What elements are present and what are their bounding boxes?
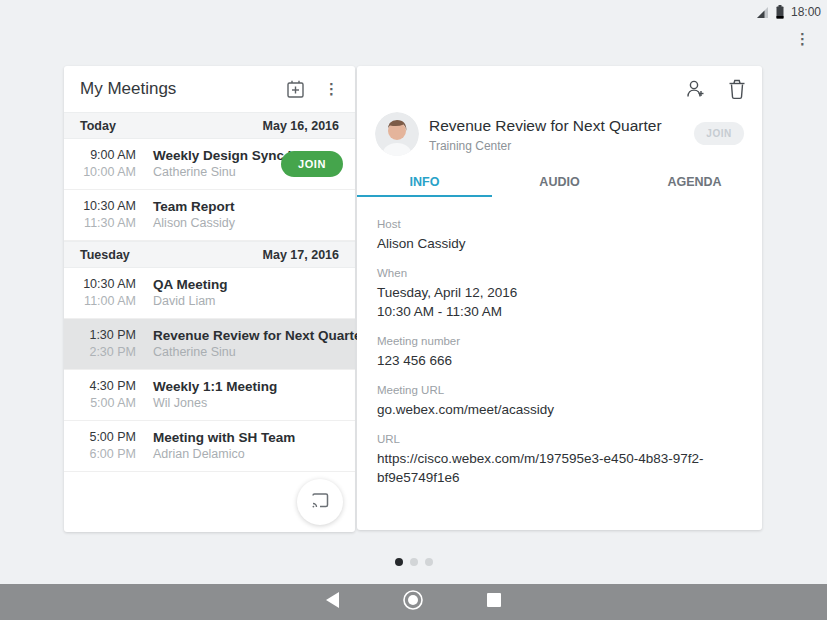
meeting-end-time: 11:00 AM: [80, 293, 136, 310]
meeting-start-time: 10:30 AM: [80, 276, 136, 293]
page-dot: [425, 558, 433, 566]
meeting-list-item[interactable]: 9:00 AM 10:00 AM Weekly Design Sync Up C…: [64, 139, 355, 190]
section-day: Tuesday: [80, 248, 263, 262]
tab-info[interactable]: INFO: [357, 170, 492, 197]
page-dot-active: [395, 558, 403, 566]
meeting-detail-panel: Revenue Review for Next Quarter Training…: [357, 66, 762, 530]
signal-icon: [756, 6, 769, 19]
field-value: go.webex.com/meet/acassidy: [377, 400, 707, 419]
field-label: Meeting URL: [377, 384, 707, 396]
meeting-list-item[interactable]: 10:30 AM 11:30 AM Team Report Alison Cas…: [64, 190, 355, 241]
meeting-presenter: Alison Cassidy: [153, 215, 343, 232]
section-day: Today: [80, 119, 263, 133]
field-value: Alison Cassidy: [377, 234, 707, 253]
field-value: Tuesday, April 12, 2016: [377, 283, 707, 302]
meeting-start-time: 1:30 PM: [80, 327, 136, 344]
my-meetings-header: My Meetings ⋮: [64, 66, 355, 112]
detail-meeting-subtitle: Training Center: [429, 139, 511, 153]
meeting-end-time: 2:30 PM: [80, 344, 136, 361]
field-host: Host Alison Cassidy: [377, 218, 707, 253]
meeting-title: QA Meeting: [153, 276, 343, 293]
meeting-title: Meeting with SH Team: [153, 429, 343, 446]
field-url: URL https://cisco.webex.com/m/197595e3-e…: [377, 433, 707, 487]
nav-back-button[interactable]: [313, 584, 353, 620]
meeting-title: Revenue Review for Next Quarter: [153, 327, 343, 344]
invite-person-icon[interactable]: [684, 78, 706, 100]
join-button-disabled: JOIN: [694, 122, 744, 145]
meeting-end-time: 10:00 AM: [80, 164, 136, 181]
field-label: URL: [377, 433, 707, 445]
meeting-list-item[interactable]: 10:30 AM 11:00 AM QA Meeting David Liam: [64, 268, 355, 319]
battery-icon: [776, 5, 784, 19]
nav-home-button[interactable]: [393, 584, 433, 620]
my-meetings-panel: My Meetings ⋮ Today May 16, 2016 9:00 AM…: [64, 66, 355, 532]
page-dot: [410, 558, 418, 566]
meeting-start-time: 5:00 PM: [80, 429, 136, 446]
meeting-title: Team Report: [153, 198, 343, 215]
tab-audio[interactable]: AUDIO: [492, 170, 627, 197]
status-bar: 18:00: [0, 0, 827, 24]
detail-meeting-title: Revenue Review for Next Quarter: [429, 117, 672, 135]
cast-icon: [310, 492, 330, 512]
field-label: Host: [377, 218, 707, 230]
meeting-list-item[interactable]: 5:00 PM 6:00 PM Meeting with SH Team Adr…: [64, 421, 355, 472]
meeting-title: Weekly 1:1 Meeting: [153, 378, 343, 395]
field-value: https://cisco.webex.com/m/197595e3-e450-…: [377, 449, 707, 487]
host-avatar: [375, 112, 419, 156]
section-header-tuesday: Tuesday May 17, 2016: [64, 241, 355, 268]
delete-meeting-icon[interactable]: [728, 78, 746, 100]
join-button[interactable]: JOIN: [281, 151, 343, 177]
meeting-presenter: David Liam: [153, 293, 343, 310]
status-clock: 18:00: [791, 5, 821, 19]
cast-button[interactable]: [297, 479, 343, 525]
meeting-presenter: Adrian Delamico: [153, 446, 343, 463]
app-overflow-menu-icon[interactable]: ⋮: [795, 30, 810, 48]
field-value: 123 456 666: [377, 351, 707, 370]
tab-agenda[interactable]: AGENDA: [627, 170, 762, 197]
field-meeting-number: Meeting number 123 456 666: [377, 335, 707, 370]
recents-icon: [487, 593, 501, 611]
meeting-start-time: 4:30 PM: [80, 378, 136, 395]
section-date: May 16, 2016: [263, 119, 339, 133]
field-meeting-url: Meeting URL go.webex.com/meet/acassidy: [377, 384, 707, 419]
panel-overflow-menu-icon[interactable]: ⋮: [324, 80, 339, 98]
nav-recents-button[interactable]: [474, 584, 514, 620]
field-value: 10:30 AM - 11:30 AM: [377, 302, 707, 321]
meeting-end-time: 5:00 AM: [80, 395, 136, 412]
field-label: Meeting number: [377, 335, 707, 347]
meeting-presenter: Catherine Sinu: [153, 344, 343, 361]
meeting-presenter: Wil Jones: [153, 395, 343, 412]
meeting-title: Weekly Design Sync Up: [153, 147, 281, 164]
back-icon: [326, 592, 340, 612]
home-icon: [402, 589, 424, 615]
meeting-end-time: 11:30 AM: [80, 215, 136, 232]
detail-tabs: INFO AUDIO AGENDA: [357, 170, 762, 197]
add-meeting-icon[interactable]: [285, 79, 306, 100]
meeting-list-item-selected[interactable]: 1:30 PM 2:30 PM Revenue Review for Next …: [64, 319, 355, 370]
meeting-start-time: 9:00 AM: [80, 147, 136, 164]
section-date: May 17, 2016: [263, 248, 339, 262]
field-label: When: [377, 267, 707, 279]
section-header-today: Today May 16, 2016: [64, 112, 355, 139]
meeting-presenter: Catherine Sinu: [153, 164, 281, 181]
android-nav-bar: [0, 584, 827, 620]
page-indicator: [395, 558, 433, 566]
panel-title: My Meetings: [80, 79, 285, 99]
meeting-end-time: 6:00 PM: [80, 446, 136, 463]
meetings-panel-footer: [64, 472, 355, 532]
detail-info-content: Host Alison Cassidy When Tuesday, April …: [377, 197, 707, 501]
field-when: When Tuesday, April 12, 2016 10:30 AM - …: [377, 267, 707, 321]
meeting-start-time: 10:30 AM: [80, 198, 136, 215]
meeting-list-item[interactable]: 4:30 PM 5:00 AM Weekly 1:1 Meeting Wil J…: [64, 370, 355, 421]
